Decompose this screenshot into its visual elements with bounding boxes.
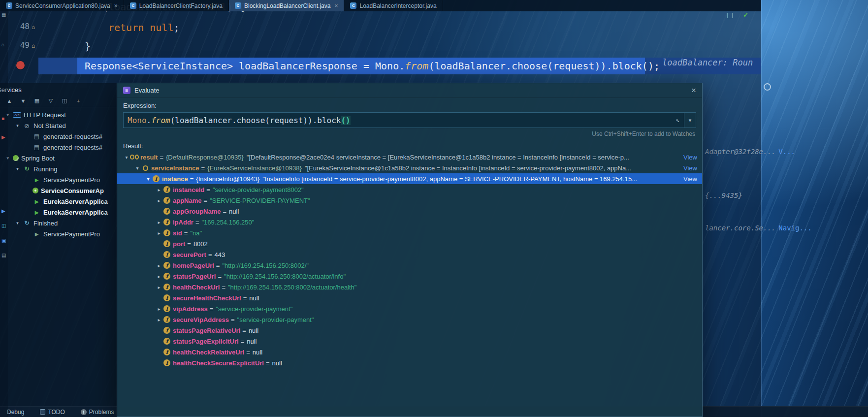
variable-row[interactable]: appGroupName=null — [117, 206, 702, 217]
expander-icon[interactable] — [156, 317, 162, 322]
variable-row[interactable]: appName="SERVICE-PROVIDER-PAYMENT" — [117, 195, 702, 206]
expand-expression-icon[interactable]: ↔ — [674, 116, 682, 124]
variable-row[interactable]: secureVipAddress="service-provider-payme… — [117, 314, 702, 325]
service-item[interactable]: ▾HTTP Request — [0, 109, 117, 120]
fragment-link[interactable]: V... — [778, 148, 795, 156]
collapse-all-icon[interactable]: ▼ — [20, 98, 27, 104]
expander-icon[interactable] — [156, 230, 162, 236]
dialog-titlebar[interactable]: ≡ Evaluate × — [117, 83, 702, 98]
variable-row[interactable]: sid="na" — [117, 227, 702, 238]
rerun-icon[interactable]: ▶ — [1, 135, 5, 140]
expression-input[interactable]: Mono.from(loadBalancer.choose(request)).… — [123, 112, 684, 128]
close-tab-icon[interactable]: × — [114, 2, 118, 9]
code-line-48[interactable]: return null; — [108, 22, 180, 33]
close-tab-icon[interactable]: × — [334, 2, 338, 9]
variable-row[interactable]: ipAddr="169.254.156.250" — [117, 217, 702, 227]
service-item[interactable]: ▾Not Started — [0, 120, 117, 131]
service-item[interactable]: ServiceConsumerAp — [0, 185, 117, 196]
variable-row[interactable]: statusPageRelativeUrl=null — [117, 325, 702, 336]
variable-row[interactable]: healthCheckUrl="http://169.254.156.250:8… — [117, 282, 702, 292]
variable-row[interactable]: vipAddress="service-provider-payment" — [117, 303, 702, 314]
services-tree: ▾HTTP Request▾Not Startedgenerated-reque… — [0, 109, 117, 239]
variable-row[interactable]: statusPageUrl="http://169.254.156.250:80… — [117, 271, 702, 282]
service-item[interactable]: generated-requests# — [0, 131, 117, 142]
statusbar-todo-item[interactable]: TODO — [40, 409, 64, 416]
code-line-49[interactable]: } — [85, 40, 91, 52]
variable-row[interactable]: secureHealthCheckUrl=null — [117, 292, 702, 303]
expander-icon[interactable]: ▾ — [15, 221, 20, 225]
field-icon — [162, 305, 171, 312]
bookmarks-icon[interactable]: ⌂ — [1, 42, 4, 47]
view-link[interactable]: View — [678, 164, 697, 172]
variable-row[interactable]: homePageUrl="http://169.254.156.250:8002… — [117, 260, 702, 271]
req-icon — [32, 144, 41, 151]
view-link[interactable]: View — [678, 154, 697, 161]
stop-icon[interactable]: ■ — [1, 116, 4, 121]
service-item[interactable]: ServicePaymentPro — [0, 174, 117, 185]
service-item[interactable]: ServicePaymentPro — [0, 228, 117, 239]
expression-history-dropdown[interactable]: ▾ — [684, 112, 696, 128]
services-tool-icon[interactable]: ◫ — [1, 224, 6, 228]
run-tool-icon[interactable]: ▶ — [1, 209, 5, 214]
expander-icon[interactable]: ▾ — [15, 166, 20, 171]
editor-tab[interactable]: LoadBalancerClientFactory.java — [124, 0, 229, 11]
variable-row[interactable]: result={DefaultResponse@10935}"[DefaultR… — [117, 152, 702, 162]
statusbar-problems-item[interactable]: Problems — [81, 409, 114, 416]
expander-icon[interactable] — [156, 306, 162, 312]
service-item[interactable]: ▾Running — [0, 163, 117, 174]
keyword-null: null — [144, 22, 173, 33]
equals-sign: = — [241, 338, 245, 345]
expander-icon[interactable] — [156, 198, 162, 203]
terminal-tool-icon[interactable]: ▤ — [1, 253, 6, 258]
variable-name: homePageUrl — [173, 262, 214, 269]
service-item[interactable]: ▾Spring Boot — [0, 153, 117, 163]
expander-icon[interactable]: ▾ — [15, 123, 20, 128]
service-item[interactable]: EurekaServerApplica — [0, 207, 117, 218]
reader-mode-icon[interactable]: ▤ — [727, 11, 733, 19]
java-class-icon — [235, 2, 241, 9]
editor-tab[interactable]: ServiceConsumerApplication80.java× — [0, 0, 124, 11]
structure-icon[interactable]: ▦ — [1, 13, 6, 18]
settings-gear-icon[interactable] — [764, 83, 771, 91]
expander-icon[interactable] — [156, 220, 162, 225]
preview-icon[interactable]: ◫ — [61, 97, 68, 104]
code-line-50-execution-point[interactable]: Response<ServiceInstance> loadBalancerRe… — [85, 58, 660, 74]
field-icon — [162, 186, 171, 193]
variable-row[interactable]: healthCheckRelativeUrl=null — [117, 347, 702, 357]
variable-row[interactable]: instance={InstanceInfo@10943}"InstanceIn… — [117, 173, 702, 184]
expander-icon[interactable] — [123, 155, 130, 160]
services-panel-title: Services — [0, 86, 117, 94]
variable-row[interactable]: healthCheckSecureExplicitUrl=null — [117, 357, 702, 368]
service-item[interactable]: EurekaServerApplica — [0, 196, 117, 207]
group-by-icon[interactable]: ▦ — [33, 97, 40, 104]
expander-icon[interactable] — [156, 285, 162, 290]
add-service-icon[interactable]: + — [75, 98, 82, 104]
view-link[interactable]: View — [678, 175, 697, 183]
expander-icon[interactable] — [156, 263, 162, 268]
close-icon[interactable]: × — [691, 86, 696, 96]
variable-row[interactable]: serviceInstance={EurekaServiceInstance@1… — [117, 162, 702, 173]
expander-icon[interactable] — [156, 274, 162, 279]
fragment-link[interactable]: Navig... — [778, 224, 811, 232]
breakpoint-icon[interactable] — [16, 61, 25, 69]
variable-name: instanceId — [173, 186, 204, 193]
variable-row[interactable]: securePort=443 — [117, 249, 702, 260]
expander-icon[interactable] — [145, 176, 152, 182]
variable-row[interactable]: port=8002 — [117, 238, 702, 249]
variable-row[interactable]: instanceId="service-provider-payment8002… — [117, 184, 702, 195]
expander-icon[interactable] — [156, 187, 162, 192]
service-item[interactable]: ▾Finished — [0, 218, 117, 228]
inspections-ok-icon[interactable]: ✓ — [743, 11, 749, 19]
value-string: "service-provider-payment" — [237, 316, 314, 323]
editor-tab[interactable]: LoadBalancerInterceptor.java — [344, 0, 443, 11]
filter-icon[interactable]: ▽ — [47, 97, 54, 104]
expander-icon[interactable] — [134, 165, 141, 171]
variable-row[interactable]: statusPageExplicitUrl=null — [117, 336, 702, 347]
statusbar-debug-item[interactable]: Debug — [7, 409, 24, 416]
debug-tool-icon[interactable]: ▣ — [1, 238, 6, 243]
service-item[interactable]: generated-requests# — [0, 142, 117, 153]
play-icon — [32, 210, 41, 215]
value-string: "InstanceInfo [instanceId = service-prov… — [262, 175, 637, 183]
code-text: ; — [173, 22, 179, 33]
editor-tab[interactable]: BlockingLoadBalancerClient.java× — [229, 0, 344, 11]
